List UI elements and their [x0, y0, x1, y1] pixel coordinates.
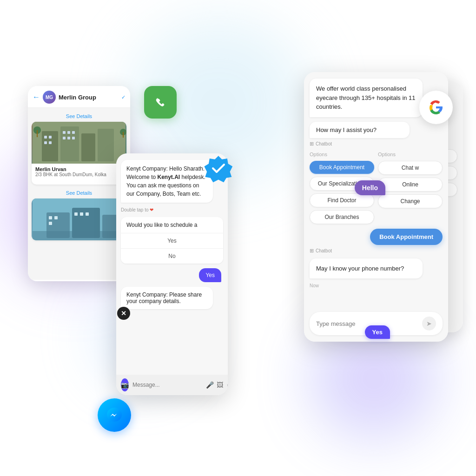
verified-icon: ✓ — [121, 94, 126, 100]
svg-rect-28 — [86, 212, 89, 216]
svg-rect-4 — [98, 129, 114, 161]
phone-call-icon[interactable] — [144, 86, 177, 119]
property-image-1 — [32, 122, 126, 164]
send-button[interactable]: ➤ — [422, 317, 436, 331]
kenyt-welcome-msg: Kenyt Company: Hello Sharath. Welcome to… — [121, 160, 213, 203]
health-assist-msg: How may I assist you? — [310, 122, 410, 138]
kenyt-followup-msg: Kenyt Company: Please share your company… — [121, 287, 213, 309]
svg-rect-24 — [54, 216, 58, 219]
svg-rect-12 — [63, 137, 66, 139]
health-chatbot-label: Chatbot — [310, 141, 443, 147]
messenger-icon[interactable] — [98, 398, 131, 432]
health-offer-msg: We offer world class personalised eyecar… — [310, 79, 423, 117]
svg-rect-14 — [72, 137, 75, 139]
kenyt-input-bar: 📷 🎤 🖼 ☺ — [116, 375, 228, 395]
property-subtitle-1: 2/3 BHK at South DumDum, Kolka — [35, 172, 123, 177]
image-icon[interactable]: 🖼 — [217, 381, 223, 389]
property-title-1: Merlin Urvan — [35, 166, 123, 172]
property-info-1: Merlin Urvan 2/3 BHK at South DumDum, Ko… — [32, 164, 126, 185]
group-avatar: MG — [43, 91, 56, 104]
yes-reply-bubble: Yes — [199, 268, 221, 282]
options-col-2: Options Chat w Online Change — [378, 152, 443, 208]
emoji-icon[interactable]: ☺ — [226, 381, 228, 389]
no-option-button[interactable]: No — [121, 249, 223, 264]
svg-rect-7 — [44, 141, 47, 144]
verified-badge-icon — [204, 153, 233, 183]
schedule-options-box: Would you like to schedule a Yes No — [121, 217, 223, 264]
kenyt-panel: Kenyt Company: Hello Sharath. Welcome to… — [116, 153, 228, 395]
kenyt-media-icons: 🎤 🖼 ☺ — [206, 381, 228, 389]
kenyt-close-icon[interactable]: ✕ — [117, 307, 130, 320]
mic-icon[interactable]: 🎤 — [206, 381, 214, 389]
yes-option-button[interactable]: Yes — [121, 233, 223, 249]
book-appointment-button[interactable]: Book Appointment — [370, 229, 443, 245]
google-icon[interactable] — [419, 91, 453, 124]
kenyt-chat-body: Kenyt Company: Hello Sharath. Welcome to… — [116, 153, 228, 395]
options-label-1: Options — [310, 152, 374, 157]
telegram-header: ← MG Merlin Group ✓ — [28, 86, 130, 108]
book-appt-option[interactable]: Book Appointment — [310, 161, 374, 174]
group-name: Merlin Group — [59, 94, 119, 101]
svg-rect-23 — [49, 216, 52, 219]
telegram-panel: ← MG Merlin Group ✓ See Details — [28, 86, 130, 281]
telegram-body: See Details — [28, 108, 130, 280]
svg-rect-9 — [63, 131, 66, 134]
online-option[interactable]: Online — [378, 178, 443, 192]
svg-rect-29 — [33, 231, 126, 240]
double-tap-label: Double tap to ❤ — [121, 207, 223, 212]
type-message-input[interactable] — [316, 320, 418, 327]
camera-icon: 📷 — [121, 378, 129, 391]
svg-rect-13 — [67, 137, 70, 139]
svg-rect-26 — [74, 212, 78, 216]
svg-rect-3 — [81, 133, 95, 161]
see-details-2[interactable]: See Details — [32, 188, 126, 198]
property-card-1[interactable]: Merlin Urvan 2/3 BHK at South DumDum, Ko… — [32, 122, 126, 185]
now-label: Now — [310, 283, 443, 288]
svg-point-30 — [152, 93, 169, 111]
kenyt-message-input[interactable] — [132, 382, 202, 388]
svg-rect-16 — [37, 130, 38, 137]
svg-rect-8 — [49, 141, 52, 144]
yes-reply-bubble-float: Yes — [365, 325, 390, 339]
options-label-2: Options — [378, 152, 443, 157]
svg-rect-5 — [44, 136, 47, 139]
svg-rect-27 — [80, 212, 83, 216]
property-card-2[interactable] — [32, 198, 126, 240]
health-chatbot-label-2: Chatbot — [310, 248, 443, 254]
svg-rect-6 — [49, 136, 52, 139]
back-icon[interactable]: ← — [33, 93, 40, 101]
schedule-question: Would you like to schedule a — [121, 217, 223, 233]
svg-rect-10 — [67, 131, 70, 134]
svg-rect-11 — [72, 131, 75, 134]
change-option[interactable]: Change — [378, 194, 443, 208]
chat-option[interactable]: Chat w — [378, 161, 443, 175]
see-details-1[interactable]: See Details — [32, 112, 126, 122]
svg-rect-1 — [42, 131, 58, 161]
property-time-1: 4:1 — [35, 177, 123, 182]
hello-bubble: Hello — [355, 180, 385, 195]
branches-option[interactable]: Our Branches — [310, 210, 374, 224]
phone-question: May I know your phone number? — [310, 258, 423, 279]
property-image-2 — [32, 198, 126, 240]
svg-rect-25 — [49, 222, 52, 225]
find-doctor-option[interactable]: Find Doctor — [310, 193, 374, 207]
svg-rect-18 — [123, 132, 124, 138]
